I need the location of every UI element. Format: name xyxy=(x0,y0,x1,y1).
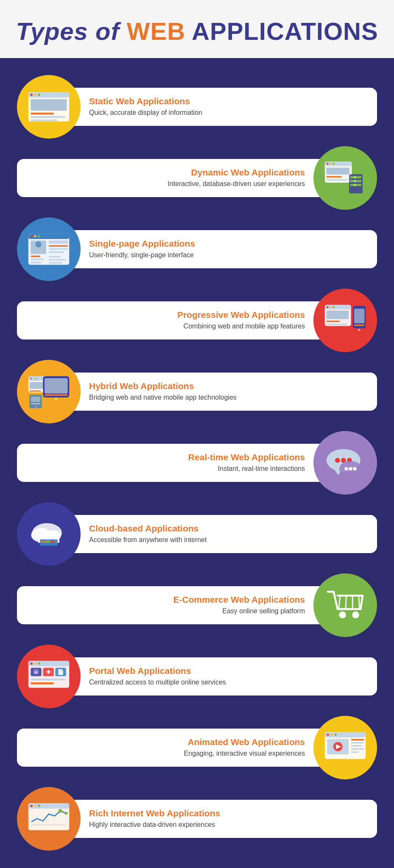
svg-point-56 xyxy=(33,378,35,379)
svg-point-75 xyxy=(349,467,352,470)
svg-line-90 xyxy=(360,595,363,609)
svg-point-26 xyxy=(30,235,32,237)
desc-realtime: Instant, real-time interactions xyxy=(27,464,305,473)
svg-point-55 xyxy=(30,378,32,379)
svg-rect-119 xyxy=(351,742,364,744)
svg-rect-121 xyxy=(351,748,364,750)
svg-rect-42 xyxy=(325,305,351,309)
svg-point-95 xyxy=(339,612,346,618)
svg-line-94 xyxy=(359,595,360,609)
svg-rect-84 xyxy=(46,541,49,543)
card-realtime: Real-time Web ApplicationsInstant, real-… xyxy=(17,444,326,482)
svg-rect-122 xyxy=(351,751,359,753)
desc-progressive: Combining web and mobile app features xyxy=(27,322,305,331)
svg-rect-14 xyxy=(326,167,349,174)
svg-point-99 xyxy=(30,662,32,665)
icon-realtime xyxy=(313,431,377,495)
icon-ecommerce xyxy=(313,573,377,637)
title-web: WEB xyxy=(127,17,192,45)
desc-single-page: User-friendly, single-page interface xyxy=(89,250,367,260)
svg-point-125 xyxy=(30,805,32,807)
svg-point-13 xyxy=(333,163,335,165)
svg-rect-19 xyxy=(350,180,361,182)
app-row-single-page: Single-page ApplicationsUser-friendly, s… xyxy=(17,217,377,281)
svg-point-23 xyxy=(354,184,356,186)
svg-rect-38 xyxy=(49,256,60,258)
svg-rect-62 xyxy=(45,394,68,396)
header: Types of WEB APPLICATIONS xyxy=(0,0,394,58)
app-row-realtime: Real-time Web ApplicationsInstant, real-… xyxy=(17,431,377,495)
icon-progressive xyxy=(313,289,377,352)
app-row-static: Static Web ApplicationsQuick, accurate d… xyxy=(17,75,377,139)
svg-point-2 xyxy=(30,94,32,96)
svg-point-21 xyxy=(354,176,356,178)
svg-point-113 xyxy=(330,734,333,736)
svg-rect-15 xyxy=(326,176,341,178)
svg-point-27 xyxy=(34,235,36,237)
svg-point-57 xyxy=(36,378,37,379)
icon-rich xyxy=(17,787,81,851)
svg-rect-35 xyxy=(49,245,68,247)
title-animated: Animated Web Applications xyxy=(27,737,305,747)
title-progressive: Progressive Web Applications xyxy=(27,310,305,320)
svg-point-11 xyxy=(327,163,329,165)
app-row-ecommerce: E-Commerce Web ApplicationsEasy online s… xyxy=(17,573,377,637)
svg-rect-7 xyxy=(31,116,65,118)
card-single-page: Single-page ApplicationsUser-friendly, s… xyxy=(68,230,377,268)
desc-portal: Centralized access to multiple online se… xyxy=(89,678,367,687)
app-row-progressive: Progressive Web ApplicationsCombining we… xyxy=(17,289,377,352)
card-progressive: Progressive Web ApplicationsCombining we… xyxy=(17,301,326,339)
icon-static xyxy=(17,75,81,139)
svg-point-74 xyxy=(344,467,348,470)
icon-single-page xyxy=(17,217,81,281)
title-portal: Portal Web Applications xyxy=(89,666,367,676)
svg-rect-108 xyxy=(31,679,65,681)
desc-cloud: Accessible from anywhere with internet xyxy=(89,535,367,545)
svg-rect-33 xyxy=(31,262,41,264)
svg-point-3 xyxy=(34,94,36,96)
svg-point-22 xyxy=(354,180,356,182)
svg-rect-20 xyxy=(350,184,361,186)
svg-point-101 xyxy=(38,662,40,665)
svg-rect-109 xyxy=(31,682,54,684)
title-of: Types of xyxy=(16,17,126,45)
desc-static: Quick, accurate display of information xyxy=(89,108,367,117)
svg-rect-5 xyxy=(31,99,67,111)
icon-portal: 🏛 ✚ 📄 xyxy=(17,645,81,708)
card-static: Static Web ApplicationsQuick, accurate d… xyxy=(68,88,377,126)
title-static: Static Web Applications xyxy=(89,96,367,106)
svg-rect-37 xyxy=(49,251,64,253)
card-hybrid: Hybrid Web ApplicationsBridging web and … xyxy=(68,373,377,411)
icon-cloud xyxy=(17,502,81,566)
svg-point-100 xyxy=(34,662,36,665)
icon-animated xyxy=(313,716,377,779)
svg-text:🏛: 🏛 xyxy=(34,669,39,675)
svg-rect-48 xyxy=(326,324,347,326)
app-row-hybrid: Hybrid Web ApplicationsBridging web and … xyxy=(17,360,377,423)
svg-point-28 xyxy=(38,235,40,237)
card-ecommerce: E-Commerce Web ApplicationsEasy online s… xyxy=(17,586,326,624)
svg-rect-6 xyxy=(31,113,54,115)
svg-point-67 xyxy=(35,406,36,408)
svg-point-45 xyxy=(333,306,335,308)
svg-rect-40 xyxy=(49,262,62,264)
title-hybrid: Hybrid Web Applications xyxy=(89,381,367,391)
app-row-dynamic: Dynamic Web ApplicationsInteractive, dat… xyxy=(17,146,377,210)
svg-rect-61 xyxy=(45,378,68,393)
card-dynamic: Dynamic Web ApplicationsInteractive, dat… xyxy=(17,159,326,197)
svg-point-96 xyxy=(352,612,359,618)
desc-ecommerce: Easy online selling platform xyxy=(27,606,305,616)
card-animated: Animated Web ApplicationsEngaging, inter… xyxy=(17,729,326,767)
svg-point-126 xyxy=(34,805,36,807)
svg-point-69 xyxy=(335,458,340,463)
app-row-rich: Rich Internet Web ApplicationsHighly int… xyxy=(17,787,377,851)
card-portal: Portal Web ApplicationsCentralized acces… xyxy=(68,657,377,696)
svg-point-12 xyxy=(330,163,332,165)
svg-rect-85 xyxy=(51,541,54,543)
desc-rich: Highly interactive data-driven experienc… xyxy=(89,820,367,829)
content-area: Static Web ApplicationsQuick, accurate d… xyxy=(0,58,394,868)
title-realtime: Real-time Web Applications xyxy=(27,452,305,462)
title-rich: Rich Internet Web Applications xyxy=(89,808,367,818)
svg-rect-51 xyxy=(354,325,365,326)
svg-rect-10 xyxy=(325,161,352,166)
